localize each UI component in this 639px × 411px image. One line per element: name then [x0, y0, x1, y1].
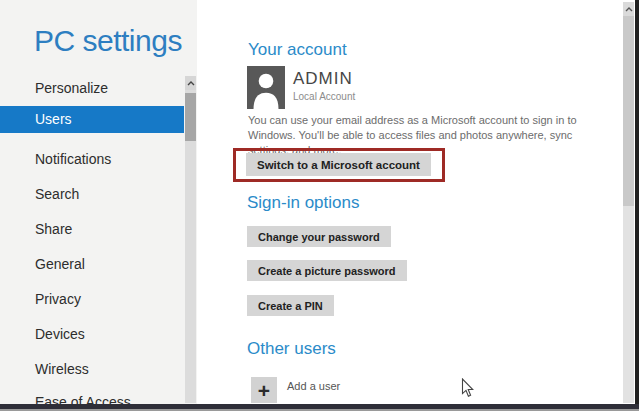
- main-scroll-thumb[interactable]: [623, 16, 634, 206]
- sidebar-item-general[interactable]: General: [0, 256, 184, 276]
- sidebar-scroll-thumb[interactable]: [185, 93, 196, 141]
- change-password-button[interactable]: Change your password: [247, 226, 391, 247]
- your-account-heading: Your account: [248, 40, 347, 60]
- sidebar-scrollbar[interactable]: [185, 76, 196, 403]
- mouse-arrow-icon: [461, 378, 474, 402]
- page-title: PC settings: [34, 24, 182, 58]
- sidebar-item-label: Search: [35, 186, 79, 202]
- sidebar-item-devices[interactable]: Devices: [0, 326, 184, 346]
- sign-in-options-heading: Sign-in options: [247, 193, 359, 213]
- person-silhouette-icon: [247, 66, 285, 109]
- sidebar-item-privacy[interactable]: Privacy: [0, 291, 184, 311]
- sidebar-item-label: Privacy: [35, 291, 81, 307]
- account-description: You can use your email address as a Micr…: [248, 113, 614, 158]
- sidebar-item-search[interactable]: Search: [0, 186, 184, 206]
- add-user-label: Add a user: [287, 380, 340, 392]
- other-users-heading: Other users: [247, 339, 336, 359]
- switch-to-microsoft-account-button[interactable]: Switch to a Microsoft account: [246, 153, 431, 176]
- sidebar-item-notifications[interactable]: Notifications: [0, 151, 184, 171]
- create-pin-button[interactable]: Create a PIN: [247, 295, 334, 316]
- sidebar: PC settings Personalize Users Notificati…: [0, 0, 197, 411]
- sidebar-item-label: Personalize: [35, 80, 108, 96]
- add-user-button[interactable]: +: [251, 377, 277, 403]
- sidebar-item-label: Wireless: [35, 361, 89, 377]
- sidebar-item-label: Users: [35, 111, 72, 127]
- plus-icon: +: [258, 380, 270, 401]
- sidebar-item-share[interactable]: Share: [0, 221, 184, 241]
- sidebar-item-label: Devices: [35, 326, 85, 342]
- sidebar-item-label: Share: [35, 221, 72, 237]
- sidebar-item-label: Notifications: [35, 151, 111, 167]
- sidebar-item-users[interactable]: Users: [0, 106, 184, 133]
- chevron-up-icon[interactable]: [185, 76, 196, 90]
- account-type-label: Local Account: [293, 91, 355, 102]
- right-border: [635, 0, 639, 411]
- sidebar-item-label: General: [35, 256, 85, 272]
- username: ADMIN: [293, 69, 353, 89]
- picture-password-button[interactable]: Create a picture password: [247, 260, 407, 281]
- pc-settings-screen: PC settings Personalize Users Notificati…: [0, 0, 639, 411]
- chevron-up-icon[interactable]: [623, 2, 634, 16]
- main-scrollbar[interactable]: [623, 2, 634, 403]
- sidebar-item-wireless[interactable]: Wireless: [0, 361, 184, 381]
- sidebar-item-personalize[interactable]: Personalize: [0, 80, 184, 100]
